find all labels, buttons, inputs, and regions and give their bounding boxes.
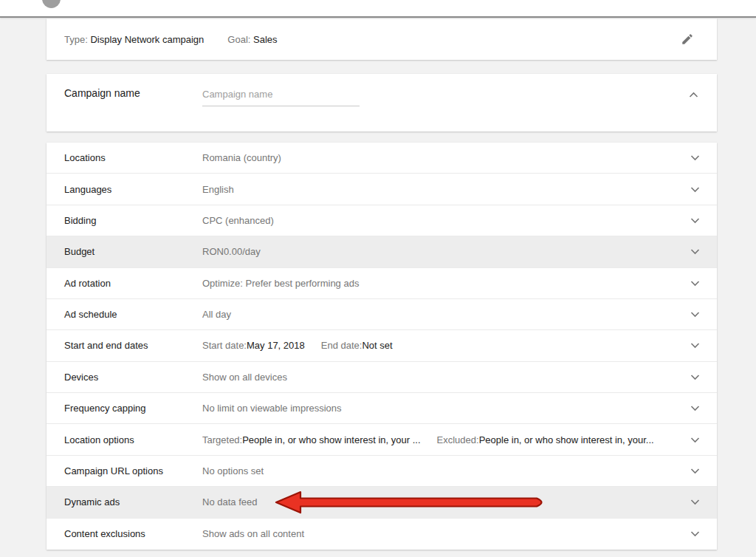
row-value: Show on all devices [202,372,673,383]
row-value: No limit on viewable impressions [202,403,673,414]
settings-row-bidding[interactable]: BiddingCPC (enhanced) [47,205,717,236]
top-bar [0,0,756,18]
row-label: Languages [47,184,202,195]
row-value: Romania (country) [202,152,673,163]
campaign-goal-label: Goal: [227,34,250,45]
chevron-up-icon [689,92,698,98]
expand-row-button[interactable] [673,468,717,474]
campaign-summary-card: Type: Display Network campaign Goal: Sal… [47,18,717,60]
chevron-down-icon [690,437,700,443]
settings-row-location-options[interactable]: Location optionsTargeted: People in, or … [47,424,717,455]
row-value: All day [202,309,673,320]
row-value-segment: No data feed [202,496,257,508]
settings-row-start-end-dates[interactable]: Start and end datesStart date: May 17, 2… [47,330,717,361]
row-label: Ad schedule [47,309,202,320]
campaign-type-value: Display Network campaign [90,34,204,45]
settings-row-devices[interactable]: DevicesShow on all devices [47,362,717,393]
row-value-segment: Optimize: Prefer best performing ads [202,278,359,289]
settings-card: LocationsRomania (country)LanguagesEngli… [47,143,717,550]
campaign-type-label: Type: [64,34,88,45]
expand-row-button[interactable] [673,154,717,161]
row-label: Start and end dates [47,340,202,351]
row-value-segment: Not set [362,340,392,351]
row-value-segment: Start date: [202,340,247,351]
row-label: Content exclusions [47,528,202,539]
row-value: No data feed [202,496,673,508]
row-label: Devices [47,372,202,383]
row-value: CPC (enhanced) [202,215,673,226]
row-value-segment: No options set [202,465,264,476]
settings-row-dynamic-ads[interactable]: Dynamic adsNo data feed [47,487,717,518]
row-value-segment: People in, or who show interest in, your… [242,434,420,445]
row-value-segment: English [202,184,234,195]
row-value-segment: RON0.00/day [202,246,261,257]
pencil-icon [681,33,694,46]
row-label: Campaign URL options [47,465,202,476]
chevron-down-icon [690,530,700,537]
row-value-segment: Show ads on all content [202,528,304,539]
row-value-segment: End date: [321,340,362,351]
expand-row-button[interactable] [673,248,717,255]
expand-row-button[interactable] [673,342,717,349]
row-value-segment: CPC (enhanced) [202,215,274,226]
row-value-segment: May 17, 2018 [247,340,305,351]
row-label: Bidding [47,215,202,226]
expand-row-button[interactable] [673,405,717,411]
settings-row-frequency-capping[interactable]: Frequency cappingNo limit on viewable im… [47,393,717,424]
chevron-down-icon [690,342,700,349]
expand-row-button[interactable] [673,186,717,193]
expand-row-button[interactable] [673,311,717,318]
row-value-segment: Romania (country) [202,152,281,163]
row-label: Frequency capping [47,403,202,414]
chevron-down-icon [690,499,700,505]
row-value-segment: Targeted: [202,434,242,445]
chevron-down-icon [690,374,700,380]
row-label: Dynamic ads [47,496,202,508]
row-value: Start date: May 17, 2018End date: Not se… [202,340,673,351]
settings-row-content-exclusions[interactable]: Content exclusionsShow ads on all conten… [47,519,717,550]
row-value: Targeted: People in, or who show interes… [202,434,673,445]
expand-row-button[interactable] [673,374,717,380]
settings-row-ad-schedule[interactable]: Ad scheduleAll day [47,299,717,330]
row-value-segment: Excluded: [437,434,479,445]
campaign-type: Type: Display Network campaign [64,34,204,45]
settings-row-ad-rotation[interactable]: Ad rotationOptimize: Prefer best perform… [47,268,717,299]
collapse-section-button[interactable] [687,89,699,100]
campaign-name-label: Campaign name [64,87,140,99]
campaign-goal: Goal: Sales [227,34,277,45]
expand-row-button[interactable] [673,499,717,505]
row-label: Locations [47,152,202,163]
row-value: No options set [202,465,673,476]
campaign-name-card: Campaign name [47,74,717,131]
settings-row-locations[interactable]: LocationsRomania (country) [47,143,717,174]
settings-row-languages[interactable]: LanguagesEnglish [47,174,717,205]
expand-row-button[interactable] [673,280,717,287]
expand-row-button[interactable] [673,217,717,224]
expand-row-button[interactable] [673,437,717,443]
chevron-down-icon [690,468,700,474]
chevron-down-icon [690,311,700,318]
chevron-down-icon [690,186,700,193]
row-value-segment: All day [202,309,231,320]
row-value-segment: People in, or who show interest in, your… [479,434,654,445]
row-label: Budget [47,246,202,257]
edit-button[interactable] [676,27,699,51]
row-value: Optimize: Prefer best performing ads [202,278,673,289]
chevron-down-icon [690,405,700,411]
cursor-circle [42,0,61,8]
row-value-segment: Show on all devices [202,372,287,383]
chevron-down-icon [690,217,700,224]
row-label: Ad rotation [47,278,202,289]
campaign-name-input[interactable] [202,83,360,106]
chevron-down-icon [690,154,700,161]
row-value: English [202,184,673,195]
row-value-segment: No limit on viewable impressions [202,403,342,414]
expand-row-button[interactable] [673,530,717,537]
settings-row-campaign-url-options[interactable]: Campaign URL optionsNo options set [47,456,717,487]
row-value: RON0.00/day [202,246,673,257]
row-value: Show ads on all content [202,528,673,539]
settings-row-budget[interactable]: BudgetRON0.00/day [47,236,717,267]
campaign-goal-value: Sales [253,34,278,45]
chevron-down-icon [690,248,700,255]
chevron-down-icon [690,280,700,287]
